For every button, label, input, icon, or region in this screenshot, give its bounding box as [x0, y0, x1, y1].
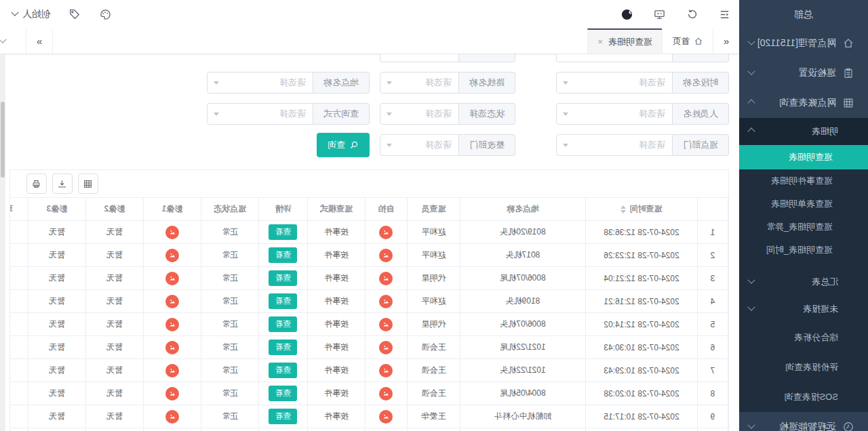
- photo-badge-icon[interactable]: [165, 318, 179, 331]
- cell-index: 8: [698, 382, 728, 405]
- sidebar-item-inspection-settings[interactable]: 巡检设置: [739, 58, 868, 88]
- photo-badge-icon[interactable]: [380, 387, 393, 401]
- cell-image2: 暂无: [86, 290, 144, 313]
- close-icon[interactable]: ×: [597, 37, 603, 47]
- photo-badge-icon[interactable]: [380, 318, 393, 331]
- tabs-scroll-right-arrow[interactable]: »: [26, 28, 53, 54]
- select-input[interactable]: [380, 54, 459, 62]
- view-detail-button[interactable]: 查看: [269, 270, 298, 286]
- view-detail-button[interactable]: 查看: [269, 340, 298, 355]
- select-input[interactable]: 请选择: [556, 72, 673, 94]
- fold-menu-icon[interactable]: [717, 7, 732, 22]
- select-input[interactable]: 请选择: [380, 72, 459, 94]
- photo-badge-icon[interactable]: [380, 410, 393, 424]
- sidebar-item-patrol-event-detail-table[interactable]: 巡查事件明细表: [739, 169, 868, 192]
- dark-mode-icon[interactable]: [620, 7, 635, 22]
- screen-icon[interactable]: [652, 7, 667, 22]
- palette-icon[interactable]: [98, 7, 113, 22]
- detail-view-button: 查看: [259, 313, 308, 336]
- sidebar-item-patrol-detail-time[interactable]: 巡查明细表_时间: [739, 239, 868, 262]
- sidebar-item-patrol-form-detail-table[interactable]: 巡查表单明细表: [739, 192, 868, 216]
- image1-photo-icon: [144, 313, 201, 336]
- photo-badge-icon[interactable]: [380, 226, 393, 239]
- photo-badge-icon[interactable]: [165, 410, 179, 424]
- column-header-巡查时间[interactable]: 巡查时间: [586, 198, 698, 221]
- select-input[interactable]: [556, 54, 673, 62]
- user-name: 创始人: [22, 8, 51, 20]
- filter-row-3: 巡点部门 请选择 整改部门 请选择 查询: [9, 134, 729, 157]
- cell-image3: 暂无: [28, 428, 86, 431]
- sidebar-item-sos-report-query[interactable]: SOS报表查询: [739, 382, 868, 412]
- tag-icon[interactable]: [67, 7, 82, 22]
- filter-row-1: 时段名称 请选择 路线名称 请选择 地点名称 请选择: [9, 72, 729, 94]
- sidebar-item-detail-tables[interactable]: 明细表: [739, 118, 868, 145]
- photo-badge-icon[interactable]: [165, 387, 179, 401]
- view-detail-button[interactable]: 查看: [269, 224, 298, 240]
- caret-down-icon: [387, 112, 392, 116]
- select-input[interactable]: 请选择: [207, 72, 313, 94]
- select-input[interactable]: 请选择: [556, 103, 673, 125]
- sidebar-item-unpatrolled-reports[interactable]: 未巡报表: [739, 295, 868, 323]
- cell-location-name: 8004/05机头: [460, 428, 586, 431]
- photo-badge-icon[interactable]: [380, 272, 393, 285]
- select-input[interactable]: 请选择: [380, 103, 459, 125]
- filter-group-patrol-dept: 巡点部门 请选择: [556, 134, 729, 156]
- photo-badge-icon[interactable]: [165, 249, 179, 262]
- view-detail-button[interactable]: 查看: [269, 293, 298, 309]
- selfie-photo-icon: [366, 405, 408, 428]
- select-input[interactable]: 请选择: [207, 103, 313, 125]
- sidebar-item-comprehensive-analysis[interactable]: 综合分析表: [739, 323, 868, 352]
- tabs-scroll-left-arrow[interactable]: «: [713, 28, 739, 54]
- select-input[interactable]: 请选择: [556, 134, 673, 156]
- cell-patrol-time: 2024-07-28 10:20:38: [586, 382, 698, 405]
- sidebar-item-remote-smart-inspection[interactable]: 远程智能巡检: [739, 412, 868, 431]
- photo-badge-icon[interactable]: [380, 364, 393, 377]
- photo-badge-icon[interactable]: [165, 295, 179, 308]
- sidebar-item-patrol-detail-table[interactable]: 巡查明细表: [739, 145, 868, 169]
- refresh-icon[interactable]: [685, 7, 700, 22]
- view-detail-button[interactable]: 查看: [269, 247, 298, 263]
- home-icon: [842, 37, 854, 49]
- columns-icon[interactable]: [78, 173, 98, 194]
- photo-badge-icon[interactable]: [165, 226, 179, 239]
- chevron-down-icon: [0, 35, 7, 43]
- photo-badge-icon[interactable]: [165, 341, 179, 354]
- view-detail-button[interactable]: 查看: [269, 409, 298, 424]
- cell-inspector: 赵和平: [408, 244, 460, 267]
- sidebar-item-branch-management[interactable]: 网点管理[1151120]: [739, 28, 868, 58]
- sidebar-item-patrol-detail-abnormal[interactable]: 巡查明细表_异常: [739, 216, 868, 239]
- tab-patrol-detail-table[interactable]: 巡查明细表 ×: [587, 28, 662, 54]
- selfie-photo-icon: [366, 382, 408, 405]
- view-detail-button[interactable]: 查看: [269, 386, 298, 401]
- download-icon[interactable]: [52, 173, 73, 194]
- column-header-index: [698, 198, 728, 221]
- photo-badge-icon[interactable]: [380, 249, 393, 262]
- cell-point-status: 正常: [201, 428, 259, 431]
- sidebar-item-label: 巡查事件明细表: [771, 175, 833, 187]
- cell-image3: 暂无: [28, 221, 86, 244]
- table-row: 72024-07-28 10:29:431021/22机头王会强按事件查看正常暂…: [9, 359, 728, 382]
- vertical-scrollbar[interactable]: [0, 54, 5, 431]
- cell-index: 4: [698, 290, 728, 313]
- photo-badge-icon[interactable]: [380, 295, 393, 308]
- sidebar-item-label: SOS报表查询: [785, 391, 838, 403]
- cell-location-name: 8004/05机尾: [460, 382, 586, 405]
- selfie-photo-icon: [366, 336, 408, 359]
- photo-badge-icon[interactable]: [165, 364, 179, 377]
- photo-badge-icon[interactable]: [380, 341, 393, 354]
- printer-icon[interactable]: [26, 173, 47, 194]
- tab-home[interactable]: 首页: [662, 28, 713, 54]
- cell-inspector: 王会强: [408, 336, 460, 359]
- search-button[interactable]: 查询: [317, 133, 370, 157]
- sort-carets-icon[interactable]: [621, 205, 627, 213]
- scrollbar-thumb[interactable]: [1, 102, 5, 178]
- view-detail-button[interactable]: 查看: [269, 316, 298, 332]
- sidebar-item-evaluation-report-query[interactable]: 评价报表查询: [739, 352, 868, 382]
- sidebar-item-branch-report-query[interactable]: 网点账表查询: [739, 88, 868, 118]
- user-menu[interactable]: 创始人: [12, 8, 51, 20]
- view-detail-button[interactable]: 查看: [269, 363, 298, 378]
- sidebar-item-summary-tables[interactable]: 汇总表: [739, 268, 868, 295]
- photo-badge-icon[interactable]: [165, 272, 179, 285]
- select-input[interactable]: 请选择: [380, 134, 459, 156]
- tabs-dropdown-button[interactable]: [0, 28, 26, 54]
